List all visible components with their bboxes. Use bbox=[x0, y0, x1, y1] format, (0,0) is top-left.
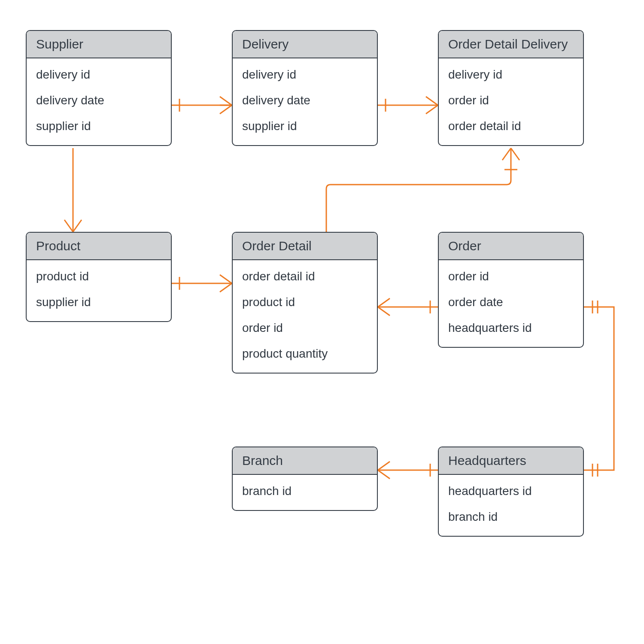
rel-headquarters-order bbox=[584, 301, 614, 477]
entity-attr: delivery id bbox=[448, 62, 574, 88]
rel-supplier-delivery bbox=[172, 97, 232, 114]
entity-attr: product id bbox=[242, 289, 368, 315]
entity-attr: product id bbox=[36, 264, 161, 289]
entity-attr: delivery id bbox=[242, 62, 368, 88]
entity-order[interactable]: Order order id order date headquarters i… bbox=[438, 232, 584, 348]
svg-line-2 bbox=[220, 97, 232, 105]
svg-line-8 bbox=[426, 105, 438, 114]
entity-delivery[interactable]: Delivery delivery id delivery date suppl… bbox=[232, 30, 378, 146]
rel-orderdetail-odd bbox=[326, 148, 519, 232]
svg-line-16 bbox=[502, 148, 511, 160]
rel-delivery-odd bbox=[378, 97, 438, 114]
svg-line-20 bbox=[378, 298, 390, 307]
rel-supplier-product bbox=[64, 148, 82, 232]
entity-title: Product bbox=[27, 233, 171, 260]
entity-product[interactable]: Product product id supplier id bbox=[26, 232, 172, 322]
entity-supplier[interactable]: Supplier delivery id delivery date suppl… bbox=[26, 30, 172, 146]
svg-line-15 bbox=[220, 283, 232, 292]
entity-attr: order id bbox=[448, 88, 574, 113]
entity-attr: supplier id bbox=[242, 113, 368, 139]
entity-title: Order Detail bbox=[233, 233, 377, 260]
entity-attr: supplier id bbox=[36, 289, 161, 315]
entity-attr: order id bbox=[448, 264, 574, 289]
entity-attr: product quantity bbox=[242, 341, 368, 367]
entity-headquarters[interactable]: Headquarters headquarters id branch id bbox=[438, 447, 584, 537]
svg-line-3 bbox=[220, 105, 232, 114]
entity-attr: branch id bbox=[448, 504, 574, 530]
rel-product-orderdetail bbox=[172, 275, 232, 292]
svg-line-14 bbox=[220, 275, 232, 283]
entity-attr: supplier id bbox=[36, 113, 161, 139]
svg-line-29 bbox=[378, 470, 390, 479]
svg-line-11 bbox=[73, 220, 82, 232]
entity-attr: branch id bbox=[242, 478, 368, 504]
svg-line-17 bbox=[511, 148, 519, 160]
svg-line-7 bbox=[426, 97, 438, 105]
svg-line-28 bbox=[378, 462, 390, 470]
entity-attr: order detail id bbox=[242, 264, 368, 289]
entity-order-detail-delivery[interactable]: Order Detail Delivery delivery id order … bbox=[438, 30, 584, 146]
entity-attr: order id bbox=[242, 315, 368, 341]
entity-title: Supplier bbox=[27, 31, 171, 58]
er-diagram-canvas: Supplier delivery id delivery date suppl… bbox=[0, 0, 644, 644]
entity-attr: headquarters id bbox=[448, 315, 574, 341]
entity-order-detail[interactable]: Order Detail order detail id product id … bbox=[232, 232, 378, 374]
entity-attr: delivery date bbox=[36, 88, 161, 113]
entity-title: Branch bbox=[233, 447, 377, 475]
rel-order-orderdetail bbox=[378, 298, 438, 316]
entity-title: Headquarters bbox=[439, 447, 583, 475]
entity-title: Delivery bbox=[233, 31, 377, 58]
entity-attr: delivery id bbox=[36, 62, 161, 88]
entity-title: Order Detail Delivery bbox=[439, 31, 583, 58]
entity-branch[interactable]: Branch branch id bbox=[232, 447, 378, 511]
entity-attr: headquarters id bbox=[448, 478, 574, 504]
entity-attr: delivery date bbox=[242, 88, 368, 113]
entity-attr: order date bbox=[448, 289, 574, 315]
svg-line-10 bbox=[64, 220, 73, 232]
rel-headquarters-branch bbox=[378, 462, 438, 479]
svg-line-21 bbox=[378, 307, 390, 316]
entity-title: Order bbox=[439, 233, 583, 260]
entity-attr: order detail id bbox=[448, 113, 574, 139]
